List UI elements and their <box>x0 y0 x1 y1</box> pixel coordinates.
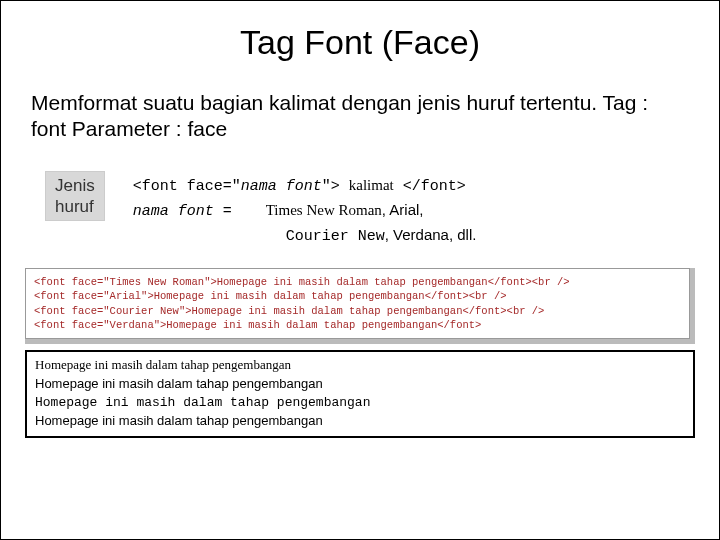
syntax-line-2: nama font =Times New Roman, Arial, <box>133 198 477 223</box>
syntax-row: Jenis huruf <font face="nama font"> kali… <box>1 171 719 249</box>
tag-param: nama font <box>241 178 322 195</box>
code-block: <font face="Times New Roman">Homepage in… <box>25 268 695 344</box>
output-line-tnr: Homepage ini masih dalam tahap pengemban… <box>35 356 685 375</box>
code-line-2: <font face="Arial">Homepage ini masih da… <box>34 289 681 303</box>
code-line-4: <font face="Verdana">Homepage ini masih … <box>34 318 681 332</box>
font-courier: Courier New <box>286 228 385 245</box>
syntax-line-1: <font face="nama font"> kalimat </font> <box>133 173 477 198</box>
code-line-1: <font face="Times New Roman">Homepage in… <box>34 275 681 289</box>
tag-mid: "> <box>322 178 349 195</box>
slide-title: Tag Font (Face) <box>1 23 719 62</box>
syntax-line-3: Courier New, Verdana, dll. <box>133 223 477 248</box>
label-line-1: Jenis <box>55 175 95 196</box>
slide-description: Memformat suatu bagian kalimat dengan je… <box>1 90 719 143</box>
output-block: Homepage ini masih dalam tahap pengemban… <box>25 350 695 438</box>
font-pre4: , <box>385 226 393 243</box>
font-tnr: Times New Roman <box>266 202 382 218</box>
tag-close: </font> <box>394 178 466 195</box>
tag-open: <font face=" <box>133 178 241 195</box>
output-line-courier: Homepage ini masih dalam tahap pengemban… <box>35 394 685 413</box>
label-line-2: huruf <box>55 196 95 217</box>
eq-sign: = <box>214 203 232 220</box>
code-line-3: <font face="Courier New">Homepage ini ma… <box>34 304 681 318</box>
font-arial: Arial, <box>389 201 423 218</box>
kalimat-text: kalimat <box>349 177 394 193</box>
output-line-arial: Homepage ini masih dalam tahap pengemban… <box>35 375 685 394</box>
label-box: Jenis huruf <box>45 171 105 222</box>
output-line-verdana: Homepage ini masih dalam tahap pengemban… <box>35 412 685 431</box>
font-verdana: Verdana, dll. <box>393 226 476 243</box>
syntax-content: <font face="nama font"> kalimat </font> … <box>133 171 477 249</box>
code-inner: <font face="Times New Roman">Homepage in… <box>25 268 690 339</box>
eq-left: nama font <box>133 203 214 220</box>
